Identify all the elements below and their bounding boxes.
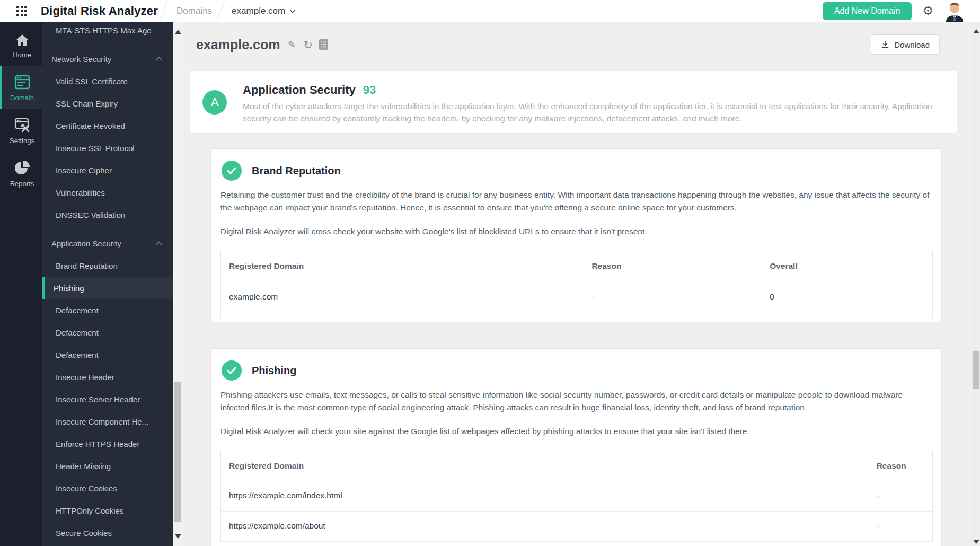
sidebar-list: MTA-STS HTTPS Max Age Network Security V… bbox=[42, 22, 173, 544]
avatar[interactable] bbox=[944, 1, 965, 22]
sidebar-scrollbar-thumb[interactable] bbox=[174, 382, 181, 522]
nav-item-reports[interactable]: Reports bbox=[0, 152, 42, 195]
sidebar-item-label: Brand Reputation bbox=[56, 261, 118, 270]
section-paragraph: Phishing attackers use emails, text mess… bbox=[220, 389, 932, 414]
sidebar-item-ssl-chain-expiry[interactable]: SSL Chain Expiry bbox=[42, 92, 173, 115]
sidebar-item-label: Insecure Component He... bbox=[56, 417, 148, 426]
sidebar-item-header-missing[interactable]: Header Missing bbox=[42, 455, 173, 477]
chevron-up-icon[interactable] bbox=[155, 241, 163, 246]
main-scroll-up-arrow[interactable] bbox=[973, 29, 979, 33]
main-scroll-down-arrow[interactable] bbox=[973, 540, 979, 544]
sidebar-item-insecure-ssl-protocol[interactable]: Insecure SSL Protocol bbox=[42, 137, 173, 159]
sidebar-item-httponly-cookies[interactable]: HTTPOnly Cookies bbox=[42, 499, 173, 522]
brand-reputation-table: Registered DomainReasonOverallexample.co… bbox=[220, 251, 933, 319]
app-grid-icon[interactable] bbox=[16, 6, 27, 16]
section-title: Phishing bbox=[252, 365, 296, 377]
sidebar-item-label: Network Security bbox=[51, 55, 111, 64]
table-row: https://example.com/about- bbox=[221, 512, 933, 542]
table-row: https://example.com/index.html- bbox=[221, 481, 933, 512]
nav-item-home[interactable]: Home bbox=[0, 22, 42, 66]
summary-title: Application Security bbox=[243, 83, 356, 97]
refresh-icon[interactable]: ↻ bbox=[303, 39, 313, 50]
nav-item-settings[interactable]: Settings bbox=[0, 109, 42, 152]
sidebar-item-network-security[interactable]: Network Security bbox=[42, 48, 173, 70]
section-paragraph: Digital Risk Analyzer will check your si… bbox=[220, 425, 932, 438]
home-icon bbox=[15, 34, 29, 47]
sidebar-item-label: Defacement bbox=[56, 350, 99, 359]
page-title: example.com bbox=[196, 37, 280, 52]
nav-label: Home bbox=[13, 51, 31, 59]
sidebar-item-secure-cookies[interactable]: Secure Cookies bbox=[42, 522, 173, 544]
reports-pie-icon bbox=[15, 161, 30, 175]
top-header: Digital Risk Analyzer Domains example.co… bbox=[0, 0, 980, 22]
sidebar-scroll-down-arrow[interactable] bbox=[175, 534, 181, 539]
table-row: example.com-0 bbox=[221, 281, 933, 319]
sidebar-item-application-security[interactable]: Application Security bbox=[42, 232, 173, 254]
app-window: Digital Risk Analyzer Domains example.co… bbox=[0, 0, 980, 546]
section-paragraph: Digital Risk Analyzer will cross check y… bbox=[220, 225, 932, 238]
brand-reputation-card: Brand Reputation Retaining the customer … bbox=[210, 148, 942, 322]
sidebar-item-phishing[interactable]: Phishing bbox=[42, 277, 173, 299]
sidebar-item-label: Insecure Server Header bbox=[56, 395, 140, 404]
sidebar-item-label: Vulnerabilities bbox=[56, 188, 105, 197]
table-cell: example.com bbox=[221, 281, 584, 319]
sidebar-item-label: Defacement bbox=[56, 328, 99, 337]
sidebar-item-label: Header Missing bbox=[56, 462, 111, 471]
sidebar-item-label: Certificate Revoked bbox=[56, 121, 125, 130]
table-header: Reason bbox=[869, 451, 933, 481]
breadcrumb-current-domain[interactable]: example.com bbox=[232, 6, 296, 16]
phishing-table: Registered DomainReasonhttps://example.c… bbox=[220, 451, 933, 542]
app-title: Digital Risk Analyzer bbox=[41, 4, 158, 18]
sidebar-item-label: Application Security bbox=[51, 239, 121, 248]
sidebar-item-label: Insecure Cipher bbox=[56, 166, 112, 175]
download-button[interactable]: Download bbox=[871, 34, 940, 55]
checks-sidebar: MTA-STS HTTPS Max Age Network Security V… bbox=[42, 22, 173, 546]
sidebar-item-label: SSL Chain Expiry bbox=[56, 99, 118, 108]
sidebar-item-label: Insecure SSL Protocol bbox=[56, 144, 135, 153]
chevron-down-icon bbox=[289, 9, 296, 13]
breadcrumb-divider bbox=[160, 0, 168, 22]
summary-description: Most of the cyber attackers target the v… bbox=[243, 100, 948, 125]
table-header: Overall bbox=[762, 251, 932, 281]
application-security-summary-card: A Application Security 93 Most of the cy… bbox=[190, 71, 957, 133]
sidebar-item-brand-reputation[interactable]: Brand Reputation bbox=[42, 254, 173, 277]
sidebar-item-insecure-component-he[interactable]: Insecure Component He... bbox=[42, 410, 173, 433]
sidebar-item-label: Secure Cookies bbox=[56, 529, 112, 538]
sidebar-item-vulnerabilities[interactable]: Vulnerabilities bbox=[42, 181, 173, 204]
sidebar-item-insecure-header[interactable]: Insecure Header bbox=[42, 366, 173, 388]
table-cell: https://example.com/about bbox=[221, 512, 869, 542]
phishing-card: Phishing Phishing attackers use emails, … bbox=[210, 348, 942, 546]
sidebar-item-label: HTTPOnly Cookies bbox=[56, 506, 123, 515]
table-cell: - bbox=[584, 281, 762, 319]
sidebar-item-insecure-cipher[interactable]: Insecure Cipher bbox=[42, 159, 173, 181]
sidebar-item-mta-sts-https-max-age[interactable]: MTA-STS HTTPS Max Age bbox=[42, 22, 173, 41]
sidebar-item-defacement[interactable]: Defacement bbox=[42, 344, 173, 366]
chevron-up-icon[interactable] bbox=[155, 57, 163, 61]
sidebar-item-certificate-revoked[interactable]: Certificate Revoked bbox=[42, 115, 173, 137]
sidebar-item-label: Enforce HTTPS Header bbox=[56, 439, 139, 448]
sidebar-item-enforce-https-header[interactable]: Enforce HTTPS Header bbox=[42, 433, 173, 455]
sidebar-item-valid-ssl-certificate[interactable]: Valid SSL Certificate bbox=[42, 70, 173, 92]
sidebar-item-defacement[interactable]: Defacement bbox=[42, 299, 173, 321]
nav-item-domain[interactable]: Domain bbox=[0, 66, 42, 109]
report-summary-icon[interactable] bbox=[319, 39, 328, 50]
table-cell: - bbox=[869, 512, 933, 542]
sidebar-scroll-up-arrow[interactable] bbox=[175, 30, 181, 34]
main-scrollbar-thumb[interactable] bbox=[973, 351, 979, 389]
edit-icon[interactable]: ✎ bbox=[287, 40, 296, 50]
sidebar-item-defacement[interactable]: Defacement bbox=[42, 321, 173, 344]
sidebar-item-label: Insecure Cookies bbox=[56, 484, 117, 493]
table-header: Registered Domain bbox=[221, 451, 869, 481]
add-new-domain-button[interactable]: Add New Domain bbox=[823, 2, 912, 20]
gear-icon[interactable]: ⚙ bbox=[922, 5, 933, 17]
sidebar-item-dnssec-validation[interactable]: DNSSEC Validation bbox=[42, 204, 173, 226]
sidebar-item-label: Phishing bbox=[54, 284, 84, 293]
section-title: Brand Reputation bbox=[252, 165, 341, 177]
sidebar-scrollbar bbox=[173, 22, 183, 546]
breadcrumb-domains[interactable]: Domains bbox=[171, 6, 217, 16]
sidebar-item-insecure-server-header[interactable]: Insecure Server Header bbox=[42, 388, 173, 410]
sidebar-item-insecure-cookies[interactable]: Insecure Cookies bbox=[42, 477, 173, 499]
primary-nav: Home Domain Settings bbox=[0, 22, 42, 546]
domain-icon bbox=[14, 75, 30, 90]
nav-label: Settings bbox=[10, 137, 34, 145]
